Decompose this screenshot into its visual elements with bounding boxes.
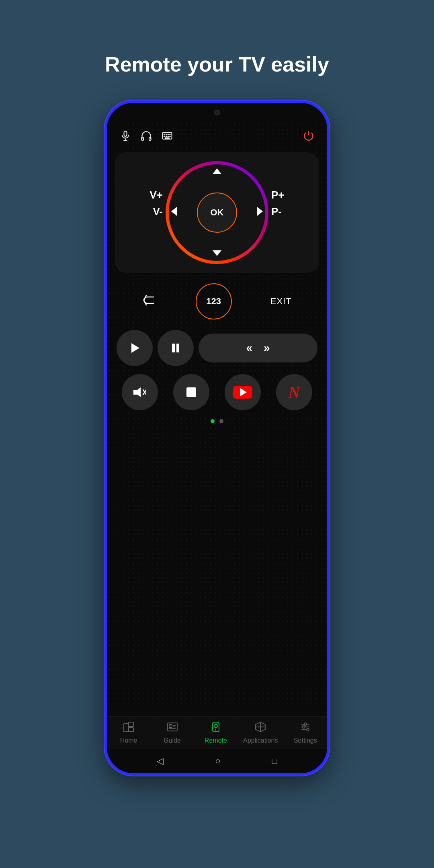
dpad-grid: V+ P+ xyxy=(123,160,311,265)
phone-screen: V+ P+ xyxy=(107,122,327,773)
svg-rect-20 xyxy=(186,387,196,397)
guide-icon xyxy=(167,721,178,735)
mic-button[interactable] xyxy=(120,130,131,144)
svg-rect-23 xyxy=(129,728,133,732)
ok-button[interactable]: OK xyxy=(197,192,237,233)
nav-remote-label: Remote xyxy=(205,737,227,744)
svg-rect-1 xyxy=(141,137,143,141)
app-row: N xyxy=(107,370,327,414)
settings-icon xyxy=(300,721,311,735)
back-button[interactable] xyxy=(142,294,157,309)
exit-button[interactable]: EXIT xyxy=(270,296,292,307)
headphones-button[interactable] xyxy=(141,130,152,144)
page-dots xyxy=(107,414,327,428)
nav-settings-label: Settings xyxy=(294,737,317,744)
nav-guide-label: Guide xyxy=(164,737,181,744)
play-button[interactable] xyxy=(117,330,153,366)
svg-marker-14 xyxy=(131,343,139,353)
volume-up-label: V+ xyxy=(123,160,165,203)
svg-rect-25 xyxy=(169,725,172,727)
remote-icon xyxy=(210,721,221,735)
svg-rect-21 xyxy=(124,724,129,732)
sys-back-button[interactable]: ◁ xyxy=(157,756,164,766)
dpad-container: V+ P+ xyxy=(115,152,319,273)
nav-settings[interactable]: Settings xyxy=(289,721,321,744)
number-pad-button[interactable]: 123 xyxy=(196,283,232,319)
nav-applications[interactable]: Applications xyxy=(243,721,278,744)
mute-button[interactable] xyxy=(122,374,158,410)
keyboard-button[interactable] xyxy=(162,130,173,144)
svg-rect-2 xyxy=(149,137,151,141)
phone-shell: V+ P+ xyxy=(104,100,330,776)
pause-button[interactable] xyxy=(158,330,194,366)
volume-down-label: V- xyxy=(123,203,165,222)
right-arrow-button[interactable] xyxy=(256,206,264,219)
svg-rect-15 xyxy=(172,344,175,352)
sys-home-button[interactable]: ○ xyxy=(215,756,220,766)
top-icons-row xyxy=(107,122,327,148)
nav-guide[interactable]: Guide xyxy=(156,721,188,744)
sys-recents-button[interactable]: □ xyxy=(272,756,277,766)
nav-applications-label: Applications xyxy=(243,737,278,744)
rewind-button[interactable]: « xyxy=(246,342,252,354)
netflix-button[interactable]: N xyxy=(276,374,312,410)
page-up-label: P+ xyxy=(269,160,311,203)
applications-icon xyxy=(255,721,266,735)
page-title: Remote your TV easily xyxy=(105,52,329,76)
page-down-label: P- xyxy=(269,203,311,222)
youtube-button[interactable] xyxy=(225,374,261,410)
nav-remote[interactable]: Remote xyxy=(200,721,232,744)
down-arrow-button[interactable] xyxy=(212,248,222,259)
rewind-fastforward-group: « » xyxy=(199,334,317,362)
power-button[interactable] xyxy=(303,130,314,144)
svg-marker-17 xyxy=(133,387,141,397)
page-dot-1[interactable] xyxy=(211,419,215,423)
phone-side-right xyxy=(328,183,330,215)
bottom-nav: Home Guide xyxy=(107,716,327,749)
phone-side-right2 xyxy=(328,231,330,264)
dpad-circle: OK xyxy=(165,160,269,265)
playback-row: « » xyxy=(107,326,327,370)
phone-top-bar xyxy=(107,103,327,122)
svg-point-30 xyxy=(214,725,217,728)
page-dot-2[interactable] xyxy=(219,419,223,423)
system-nav-bar: ◁ ○ □ xyxy=(107,749,327,773)
left-arrow-button[interactable] xyxy=(170,206,178,219)
home-icon xyxy=(123,721,134,735)
nav-home[interactable]: Home xyxy=(113,721,145,744)
fastforward-button[interactable]: » xyxy=(264,342,270,354)
svg-rect-16 xyxy=(176,344,179,352)
phone-camera xyxy=(214,110,220,115)
control-row: 123 EXIT xyxy=(107,277,327,326)
nav-home-label: Home xyxy=(120,737,137,744)
top-icons-left xyxy=(120,130,173,144)
svg-rect-22 xyxy=(129,722,133,727)
svg-rect-0 xyxy=(124,131,127,136)
up-arrow-button[interactable] xyxy=(212,166,222,177)
stop-button[interactable] xyxy=(173,374,209,410)
